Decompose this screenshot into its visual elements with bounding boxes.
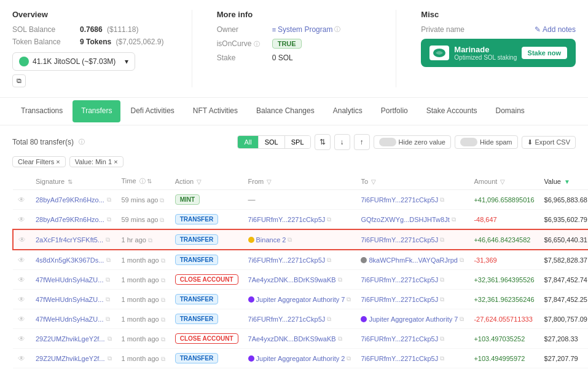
token-dropdown[interactable]: 41.1K JitoSOL (~$7.03M) ▾ (12, 52, 135, 71)
signature-link[interactable]: 29Z2UMZhvikLgeY2f... (36, 335, 105, 343)
from-cell: 7Ae4yxzDNK...BDrKS9waKB⧉ (248, 276, 351, 284)
copy-to-icon[interactable]: ⧉ (440, 196, 444, 204)
copy-from-icon[interactable]: ⧉ (327, 256, 331, 264)
copy-to-icon[interactable]: ⧉ (440, 335, 444, 343)
tab-analytics[interactable]: Analytics (324, 100, 371, 122)
hide-spam-switch[interactable] (460, 138, 477, 146)
value-min-filter-tag[interactable]: Value: Min 1 × (69, 156, 123, 167)
time-cell: 1 month ago (122, 315, 159, 323)
copy-from-icon[interactable]: ⧉ (327, 315, 331, 323)
copy-time-icon[interactable]: ⧉ (161, 296, 165, 303)
amount-cell: -48,647 (474, 216, 496, 223)
tab-balance[interactable]: Balance Changes (248, 100, 323, 122)
signature-link[interactable]: 47fWeHUdnSyHaZU... (36, 276, 103, 284)
copy-from-icon[interactable]: ⧉ (327, 216, 331, 223)
hide-zero-switch[interactable] (379, 138, 396, 146)
owner-link[interactable]: ≡ System Program ⓘ (272, 25, 341, 34)
copy-time-icon[interactable]: ⧉ (148, 237, 152, 244)
tabs-bar: Transactions Transfers Defi Activities N… (0, 98, 588, 125)
copy-to-icon[interactable]: ⧉ (440, 296, 444, 303)
stake-value: 0 SOL (272, 54, 293, 62)
action-badge: TRANSFER (175, 234, 218, 245)
copy-time-icon[interactable]: ⧉ (161, 257, 165, 264)
signature-link[interactable]: 47fWeHUdnSyHaZU... (36, 315, 103, 323)
export-csv-button[interactable]: ⬇ Export CSV (522, 136, 576, 149)
copy-sig-icon[interactable]: ⧉ (108, 355, 112, 362)
copy-from-icon[interactable]: ⧉ (338, 335, 342, 343)
copy-time-icon[interactable]: ⧉ (160, 197, 164, 204)
row-visibility-icon[interactable]: 👁 (18, 196, 25, 204)
row-visibility-icon[interactable]: 👁 (18, 276, 25, 284)
action-badge: CLOSE ACCOUNT (175, 274, 238, 285)
tab-portfolio[interactable]: Portfolio (372, 100, 417, 122)
row-visibility-icon[interactable]: 👁 (18, 215, 25, 224)
copy-time-icon[interactable]: ⧉ (161, 355, 165, 362)
copy-to-icon[interactable]: ⧉ (460, 256, 464, 264)
amount-cell: +32,361.964395526 (474, 276, 534, 284)
clear-filters-tag[interactable]: Clear Filters × (12, 156, 66, 167)
copy-sig-icon[interactable]: ⧉ (106, 236, 110, 244)
copy-from-icon[interactable]: ⧉ (338, 276, 342, 284)
copy-address-icon[interactable]: ⧉ (12, 74, 26, 87)
copy-to-icon[interactable]: ⧉ (440, 355, 444, 362)
to-cell: 7i6FURfmY...2271cCkp5J⧉ (361, 196, 464, 204)
add-notes-button[interactable]: ✎ Add notes (535, 25, 576, 34)
filter-sol-button[interactable]: SOL (259, 136, 285, 148)
copy-time-icon[interactable]: ⧉ (160, 216, 164, 223)
copy-sig-icon[interactable]: ⧉ (107, 216, 111, 223)
row-visibility-icon[interactable]: 👁 (18, 315, 25, 323)
signature-link[interactable]: 4s8dXn5gK3K967Ds... (36, 256, 104, 264)
overview-title: Overview (12, 10, 167, 19)
copy-sig-icon[interactable]: ⧉ (106, 315, 110, 323)
row-visibility-icon[interactable]: 👁 (18, 354, 25, 363)
signature-link[interactable]: 29Z2UMZhvikLgeY2f... (36, 355, 105, 362)
copy-sig-icon[interactable]: ⧉ (106, 276, 110, 284)
col-action: Action ▽ (170, 173, 243, 190)
sol-balance-label: SOL Balance (12, 25, 80, 34)
copy-sig-icon[interactable]: ⧉ (106, 296, 110, 303)
copy-sig-icon[interactable]: ⧉ (107, 196, 111, 204)
tab-domains[interactable]: Domains (487, 100, 533, 122)
copy-time-icon[interactable]: ⧉ (161, 316, 165, 323)
tab-defi[interactable]: Defi Activities (122, 100, 182, 122)
filter-all-button[interactable]: All (238, 136, 258, 148)
action-badge: MINT (175, 194, 200, 205)
row-visibility-icon[interactable]: 👁 (18, 335, 25, 343)
copy-to-icon[interactable]: ⧉ (452, 216, 456, 223)
signature-link[interactable]: 28byAd7e9KRn6Hzo... (36, 216, 104, 223)
stake-now-button[interactable]: Stake now (522, 47, 567, 59)
signature-link[interactable]: 2aXcF1fr4crYSFKft5... (36, 236, 103, 244)
copy-from-icon[interactable]: ⧉ (347, 355, 351, 362)
copy-sig-icon[interactable]: ⧉ (108, 335, 112, 343)
tab-nft[interactable]: NFT Activities (184, 100, 246, 122)
value-cell: $7,847,452.25 (544, 296, 587, 303)
tab-stake[interactable]: Stake Accounts (418, 100, 486, 122)
row-visibility-icon[interactable]: 👁 (18, 236, 26, 244)
hide-spam-toggle[interactable]: Hide spam (455, 135, 518, 149)
sort-down-icon[interactable]: ↓ (334, 134, 350, 150)
from-cell: — (248, 196, 256, 204)
copy-to-icon[interactable]: ⧉ (440, 236, 444, 244)
sort-up-icon[interactable]: ↑ (354, 134, 370, 150)
row-visibility-icon[interactable]: 👁 (18, 295, 25, 304)
filter-spl-button[interactable]: SPL (285, 136, 310, 148)
hide-zero-toggle[interactable]: Hide zero value (374, 135, 451, 149)
copy-time-icon[interactable]: ⧉ (161, 336, 165, 343)
action-badge: TRANSFER (175, 294, 218, 304)
col-amount: Amount ▽ (469, 173, 539, 190)
from-cell: Binance 2⧉ (248, 236, 351, 244)
value-cell: $6,935,602.79 (544, 216, 587, 223)
row-visibility-icon[interactable]: 👁 (18, 256, 25, 264)
copy-from-icon[interactable]: ⧉ (288, 236, 292, 244)
sort-toggle-icon[interactable]: ⇅ (315, 134, 331, 150)
copy-time-icon[interactable]: ⧉ (161, 277, 165, 284)
copy-from-icon[interactable]: ⧉ (347, 296, 351, 303)
copy-to-icon[interactable]: ⧉ (440, 276, 444, 284)
copy-to-icon[interactable]: ⧉ (460, 315, 464, 323)
copy-sig-icon[interactable]: ⧉ (106, 256, 111, 264)
amount-cell: +41,096.658895016 (474, 196, 534, 204)
tab-transfers[interactable]: Transfers (73, 100, 120, 122)
signature-link[interactable]: 47fWeHUdnSyHaZU... (36, 296, 103, 303)
signature-link[interactable]: 28byAd7e9KRn6Hzo... (36, 196, 104, 204)
tab-transactions[interactable]: Transactions (12, 100, 71, 122)
